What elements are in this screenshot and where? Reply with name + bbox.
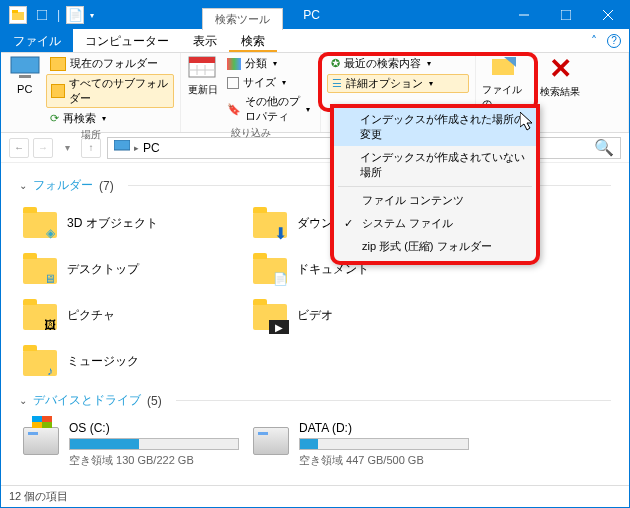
size-label: サイズ [243,75,276,90]
menu-zip-folders[interactable]: zip 形式 (圧縮) フォルダー [334,235,536,258]
tab-search[interactable]: 検索 [229,29,277,52]
contextual-tab-search-tools[interactable]: 検索ツール [202,8,283,30]
menu-non-indexed-locations[interactable]: インデックスが作成されていない場所 [334,146,536,184]
folder-3d-objects[interactable]: ◈3D オブジェクト [19,200,249,246]
research-button[interactable]: ⟳再検索▾ [46,110,174,127]
cube-icon: ◈ [41,224,59,242]
ribbon-group-location: 場所 [7,127,174,142]
kind-icon [227,58,241,70]
status-item-count: 12 個の項目 [9,489,68,504]
drive-d[interactable]: DATA (D:) 空き領域 447 GB/500 GB [249,415,479,474]
status-bar: 12 個の項目 [1,485,629,507]
drive-free-space: 空き領域 130 GB/222 GB [69,453,245,468]
menu-label: zip 形式 (圧縮) フォルダー [362,239,492,254]
group-count: (7) [99,179,114,193]
recent-searches-label: 最近の検索内容 [344,56,421,71]
this-pc-button[interactable]: PC [7,55,42,127]
music-icon: ♪ [41,362,59,380]
drive-usage-bar [69,438,239,450]
download-arrow-icon: ⬇ [271,224,289,242]
advanced-options-label: 詳細オプション [346,76,423,91]
drive-c[interactable]: OS (C:) 空き領域 130 GB/222 GB [19,415,249,474]
tab-file[interactable]: ファイル [1,29,73,52]
chevron-down-icon: ⌄ [19,395,27,406]
maximize-button[interactable] [545,1,587,29]
tab-computer[interactable]: コンピューター [73,29,181,52]
folder-music[interactable]: ♪ミュージック [19,338,249,384]
current-folder-label: 現在のフォルダー [70,56,158,71]
current-folder-button[interactable]: 現在のフォルダー [46,55,174,72]
chevron-right-icon[interactable]: ▸ [134,143,139,153]
folder-icon [50,57,66,71]
advanced-options-button[interactable]: ☰詳細オプション▾ [327,74,469,93]
quick-access-toolbar: | 📄 ▾ [1,1,102,29]
close-button[interactable] [587,1,629,29]
chevron-down-icon: ▾ [102,114,106,123]
menu-label: インデックスが作成された場所の変更 [360,112,528,142]
menu-label: ファイル コンテンツ [362,193,464,208]
kind-button[interactable]: 分類▾ [223,55,314,72]
date-modified-label: 更新日 [188,83,218,97]
ribbon-tabs: ファイル コンピューター 表示 検索 ˄ ? [1,29,629,53]
check-icon: ✓ [340,217,356,230]
research-label: 再検索 [63,111,96,126]
folder-pictures[interactable]: 🖼ピクチャ [19,292,249,338]
help-icon[interactable]: ? [607,34,621,48]
recent-searches-button[interactable]: ✪最近の検索内容▾ [327,55,469,72]
options-icon: ☰ [332,77,342,90]
item-label: ミュージック [67,353,139,370]
minimize-button[interactable] [503,1,545,29]
menu-label: インデックスが作成されていない場所 [360,150,528,180]
chevron-down-icon: ▾ [282,78,286,87]
chevron-down-icon: ▾ [306,105,310,114]
menu-label: システム ファイル [362,216,453,231]
all-subfolders-label: すべてのサブフォルダー [69,76,169,106]
menu-change-indexed-locations[interactable]: インデックスが作成された場所の変更 [334,108,536,146]
svg-rect-4 [561,10,571,20]
qat-dropdown-icon[interactable]: ▾ [90,11,94,20]
new-icon[interactable]: 📄 [66,6,84,24]
folder-desktop[interactable]: 🖥デスクトップ [19,246,249,292]
document-icon: 📄 [271,270,289,288]
chevron-down-icon: ⌄ [19,180,27,191]
other-properties-button[interactable]: 🔖その他のプロパティ▾ [223,93,314,125]
ribbon-collapse-icon[interactable]: ˄ [591,34,597,48]
group-header-drives[interactable]: ⌄ デバイスとドライブ (5) [19,392,611,409]
drive-free-space: 空き領域 447 GB/500 GB [299,453,475,468]
picture-icon: 🖼 [41,316,59,334]
size-icon [227,77,239,89]
drive-label: DATA (D:) [299,421,475,435]
advanced-options-menu: インデックスが作成された場所の変更 インデックスが作成されていない場所 ファイル… [330,104,540,265]
size-button[interactable]: サイズ▾ [223,74,314,91]
tag-icon: 🔖 [227,103,241,116]
group-count: (5) [147,394,162,408]
chevron-down-icon: ▾ [427,59,431,68]
video-icon: ▶ [269,320,289,334]
desktop-icon: 🖥 [41,270,59,288]
ribbon-group-refine: 絞り込み [187,125,314,140]
folder-videos[interactable]: ▶ビデオ [249,292,479,338]
other-properties-label: その他のプロパティ [245,94,300,124]
recent-icon: ✪ [331,57,340,70]
date-modified-button[interactable]: 更新日 [187,55,219,125]
chevron-down-icon: ▾ [273,59,277,68]
mouse-cursor [520,112,536,136]
menu-file-contents[interactable]: ファイル コンテンツ [334,189,536,212]
properties-icon[interactable] [33,6,51,24]
breadcrumb-pc[interactable]: PC [143,141,160,155]
search-icon: 🔍 [594,138,614,157]
chevron-down-icon: ▾ [429,79,433,88]
item-label: デスクトップ [67,261,139,278]
tab-view[interactable]: 表示 [181,29,229,52]
menu-system-files[interactable]: ✓システム ファイル [334,212,536,235]
all-subfolders-button[interactable]: すべてのサブフォルダー [46,74,174,108]
pc-icon [114,140,130,155]
svg-rect-1 [12,10,18,13]
titlebar: | 📄 ▾ 検索ツール PC [1,1,629,29]
svg-rect-10 [189,57,215,63]
drive-label: OS (C:) [69,421,245,435]
close-search-label: 検索結果 [540,85,580,99]
close-search-button[interactable]: ✕ 検索結果 [536,55,584,130]
folder-icon [9,6,27,24]
folder-tree-icon [51,84,65,98]
